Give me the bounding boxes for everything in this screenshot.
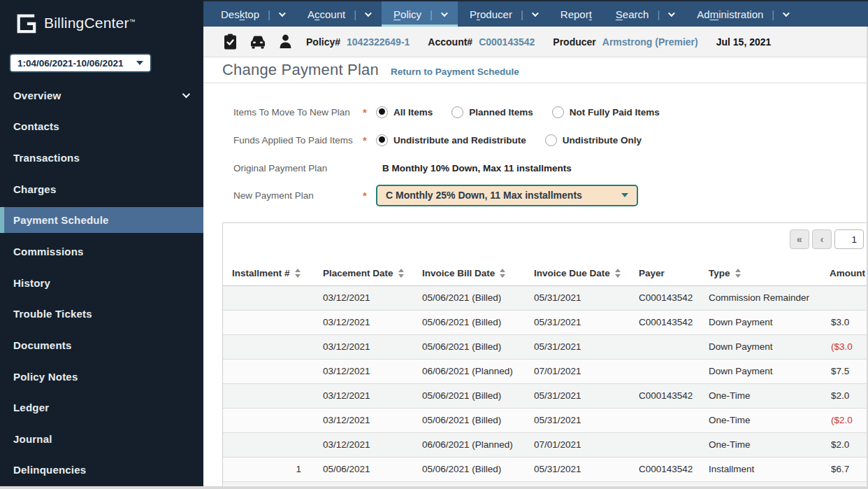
return-to-payment-schedule-link[interactable]: Return to Payment Schedule <box>391 66 519 77</box>
installments-table: Installment # Placement Date Invoice Bil… <box>223 261 868 486</box>
clipboard-check-icon <box>224 34 237 50</box>
date-range-value: 1:04/06/2021-10/06/2021 <box>17 58 136 69</box>
pagination-first-button[interactable]: « <box>790 229 809 249</box>
caret-down-icon <box>621 193 628 197</box>
new-payment-plan-label: New Payment Plan <box>233 190 363 201</box>
chevron-down-icon[interactable] <box>783 10 790 17</box>
top-nav: Desktop | Account | Policy | Producer | … <box>203 0 868 27</box>
person-icon <box>279 34 292 49</box>
policy-number-link[interactable]: 1042322649-1 <box>347 36 410 48</box>
nav-item-desktop[interactable]: Desktop | <box>209 1 296 27</box>
funds-applied-label: Funds Applied To Paid Items <box>233 135 363 146</box>
date-range-dropdown[interactable]: 1:04/06/2021-10/06/2021 <box>9 53 152 73</box>
sidebar-item-payment-schedule[interactable]: Payment Schedule <box>0 207 203 233</box>
table-row[interactable]: 1 05/06/2021 05/06/2021 (Billed) 05/31/2… <box>223 457 868 481</box>
radio-all-items[interactable]: All Items <box>376 106 433 118</box>
account-number-label: Account# <box>428 36 472 48</box>
nav-separator: | <box>268 8 270 20</box>
sidebar-item-documents[interactable]: Documents <box>0 329 203 361</box>
sidebar-item-trouble-tickets[interactable]: Trouble Tickets <box>0 299 203 330</box>
producer-link[interactable]: Armstrong (Premier) <box>602 36 698 48</box>
items-to-move-label: Items To Move To New Plan <box>233 107 363 118</box>
column-amount[interactable]: Amount <box>820 261 868 285</box>
table-row[interactable]: 03/12/2021 05/06/2021 (Billed) 05/31/202… <box>223 310 868 334</box>
sidebar: BillingCenter™ 1:04/06/2021-10/06/2021 O… <box>0 0 203 489</box>
radio-planned-items[interactable]: Planned Items <box>451 106 533 118</box>
radio-button-icon[interactable] <box>376 134 388 146</box>
radio-button-icon[interactable] <box>552 106 564 118</box>
sidebar-item-journal[interactable]: Journal <box>0 423 203 455</box>
change-payment-plan-form: Items To Move To New Plan * All Items Pl… <box>203 83 868 207</box>
new-payment-plan-select[interactable]: C Monthly 25% Down, 11 Max installments <box>376 185 638 206</box>
column-installment-number[interactable]: Installment # <box>223 261 314 285</box>
radio-button-icon[interactable] <box>545 134 557 146</box>
required-asterisk: * <box>363 190 376 201</box>
chevron-down-icon[interactable] <box>279 10 286 17</box>
sidebar-item-transactions[interactable]: Transactions <box>0 142 203 173</box>
column-type[interactable]: Type <box>700 261 820 285</box>
sidebar-item-policy-notes[interactable]: Policy Notes <box>0 361 203 392</box>
nav-item-producer[interactable]: Producer | <box>458 1 549 27</box>
nav-item-search[interactable]: Search | <box>604 1 685 27</box>
pagination-prev-button[interactable]: ‹ <box>812 229 832 249</box>
sidebar-menu: Overview Contacts Transactions Charges P… <box>0 80 203 486</box>
radio-undistribute-and-redistribute[interactable]: Undistribute and Redistribute <box>376 134 526 146</box>
table-row[interactable]: 03/12/2021 05/06/2021 (Billed) 05/31/202… <box>223 334 868 359</box>
sidebar-item-delinquencies[interactable]: Delinquencies <box>0 455 203 486</box>
radio-button-icon[interactable] <box>451 106 463 118</box>
table-row[interactable]: 03/12/2021 06/06/2021 (Planned) 07/01/20… <box>223 359 868 383</box>
table-row[interactable]: 03/12/2021 05/06/2021 (Billed) 05/31/202… <box>223 285 868 310</box>
new-payment-plan-row: New Payment Plan * C Monthly 25% Down, 1… <box>233 183 868 207</box>
funds-applied-row: Funds Applied To Paid Items * Undistribu… <box>233 126 868 154</box>
table-row[interactable]: 03/12/2021 05/06/2021 (Billed) 05/31/202… <box>223 383 868 408</box>
table-row <box>223 481 868 486</box>
nav-item-administration[interactable]: Administration | <box>685 1 800 27</box>
sort-icon <box>295 269 301 278</box>
table-row[interactable]: 03/12/2021 06/06/2021 (Planned) 07/01/20… <box>223 432 868 457</box>
radio-button-icon[interactable] <box>376 106 388 118</box>
column-placement-date[interactable]: Placement Date <box>314 261 413 285</box>
funds-applied-radio-group: Undistribute and Redistribute Undistribu… <box>376 134 642 146</box>
chevron-down-icon[interactable] <box>365 10 372 17</box>
original-payment-plan-row: Original Payment Plan B Monthly 10% Down… <box>233 154 868 182</box>
radio-undistribute-only[interactable]: Undistribute Only <box>545 134 642 146</box>
guidewire-logo-icon <box>15 13 36 34</box>
nav-item-account[interactable]: Account | <box>296 1 382 27</box>
chevron-down-icon[interactable] <box>668 10 675 17</box>
column-invoice-due-date[interactable]: Invoice Due Date <box>525 261 630 285</box>
column-invoice-bill-date[interactable]: Invoice Bill Date <box>413 261 525 285</box>
pagination-page-input[interactable]: 1 <box>834 229 864 249</box>
vehicle-icon <box>250 35 266 49</box>
column-payer[interactable]: Payer <box>630 261 700 285</box>
brand: BillingCenter™ <box>0 0 203 34</box>
sort-icon <box>615 269 621 278</box>
original-payment-plan-label: Original Payment Plan <box>233 163 363 173</box>
sort-icon <box>398 269 404 278</box>
nav-separator: | <box>354 8 356 20</box>
sidebar-item-contacts[interactable]: Contacts <box>0 111 203 143</box>
nav-separator: | <box>521 8 523 20</box>
required-asterisk: * <box>363 134 376 146</box>
nav-item-report[interactable]: Report <box>549 1 604 27</box>
items-to-move-radio-group: All Items Planned Items Not Fully Paid I… <box>376 106 660 118</box>
chevron-down-icon[interactable] <box>441 10 448 17</box>
chevron-down-icon[interactable] <box>532 10 539 17</box>
sidebar-item-ledger[interactable]: Ledger <box>0 392 203 423</box>
page-title: Change Payment Plan <box>222 61 379 79</box>
sidebar-item-history[interactable]: History <box>0 267 203 299</box>
radio-not-fully-paid-items[interactable]: Not Fully Paid Items <box>552 106 660 118</box>
policy-number-label: Policy# <box>306 36 340 48</box>
nav-item-policy[interactable]: Policy | <box>382 1 458 27</box>
trademark: ™ <box>129 18 136 25</box>
sidebar-item-overview[interactable]: Overview <box>0 80 203 111</box>
new-payment-plan-value: C Monthly 25% Down, 11 Max installments <box>386 190 621 201</box>
table-row[interactable]: 03/12/2021 05/06/2021 (Billed) 05/31/202… <box>223 408 868 432</box>
required-asterisk: * <box>363 106 376 118</box>
sidebar-item-commissions[interactable]: Commissions <box>0 236 203 267</box>
account-number-link[interactable]: C000143542 <box>479 36 535 48</box>
context-date: Jul 15, 2021 <box>716 36 772 48</box>
original-payment-plan-value: B Monthly 10% Down, Max 11 installments <box>382 163 572 173</box>
sort-icon <box>500 269 505 278</box>
sidebar-item-charges[interactable]: Charges <box>0 173 203 205</box>
billingcenter-app: BillingCenter™ 1:04/06/2021-10/06/2021 O… <box>0 0 868 489</box>
